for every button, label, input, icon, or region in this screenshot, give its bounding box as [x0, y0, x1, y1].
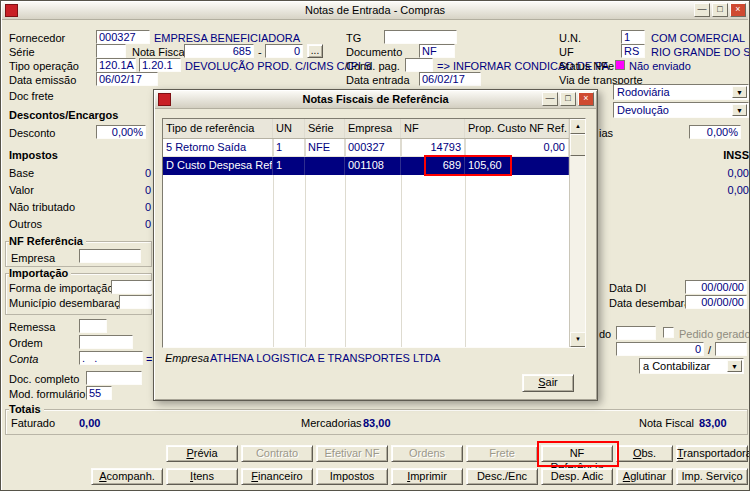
chevron-down-icon[interactable]: ▼ — [732, 104, 747, 116]
contrato-button[interactable]: Contrato — [241, 445, 313, 462]
tipo-operacao-code2-field[interactable]: 1.20.1 — [139, 58, 181, 72]
valor-value: 0 — [127, 184, 151, 196]
nota-fiscal-field[interactable]: 685 — [184, 44, 254, 58]
impostos-button[interactable]: Impostos — [316, 468, 388, 485]
data-emissao-label: Data emissão — [9, 74, 76, 86]
column-header-nf[interactable]: NF — [401, 119, 465, 138]
fornecedor-name-text: EMPRESA BENEFICIADORA — [154, 32, 300, 44]
un-code-field[interactable]: 1 — [621, 30, 645, 44]
dialog-close-button[interactable]: × — [578, 92, 594, 106]
grid-row[interactable]: 5 Retorno Saída 1 NFE 000327 14793 0,00 — [163, 139, 585, 157]
data-di-field[interactable]: 00/00/00 — [685, 280, 747, 294]
desconto-label: Desconto — [9, 127, 55, 139]
data-desembaraco-field[interactable]: 00/00/00 — [685, 295, 747, 309]
sair-button[interactable]: Sair — [522, 374, 574, 392]
remessa-field[interactable] — [79, 319, 107, 333]
transportadora-button[interactable]: Transportadora — [676, 445, 748, 462]
pedido-gerado-checkbox[interactable] — [663, 327, 674, 338]
scroll-up-button[interactable]: ▲ — [570, 119, 586, 134]
documento-field[interactable]: NF — [419, 44, 455, 58]
frete-button[interactable]: Frete — [466, 445, 538, 462]
mercadorias-value: 83,00 — [363, 417, 391, 429]
via-transporte-combo[interactable]: Rodoviária ▼ — [613, 84, 749, 100]
dialog-title: Notas Fiscais de Referência — [155, 93, 596, 105]
main-titlebar: Notas de Entrada - Compras — □ × — [2, 2, 748, 20]
close-button[interactable]: × — [730, 3, 746, 17]
nota-fiscal-sub-field[interactable]: 0 — [265, 44, 303, 58]
cell-serie — [305, 157, 345, 175]
column-header-serie[interactable]: Série — [305, 119, 345, 138]
dialog-empresa-label: Empresa — [165, 352, 209, 364]
aglutinar-button[interactable]: Aglutinar — [616, 468, 673, 485]
chevron-down-icon[interactable]: ▼ — [727, 360, 742, 372]
acessorias-field[interactable]: 0,00% — [689, 125, 741, 139]
forma-importacao-field[interactable] — [111, 280, 152, 294]
mod-formulario-field[interactable]: 55 — [86, 386, 112, 400]
imp-servico-button[interactable]: Imp. Serviço — [676, 468, 748, 485]
via-transporte-value: Rodoviária — [617, 86, 670, 98]
obs-button[interactable]: Obs. — [616, 445, 673, 462]
nf-ref-empresa-field[interactable] — [79, 249, 141, 263]
fornecedor-label: Fornecedor — [9, 32, 65, 44]
pedido-field[interactable] — [616, 326, 656, 340]
dialog-minimize-button[interactable]: — — [542, 92, 558, 106]
column-header-un[interactable]: UN — [273, 119, 305, 138]
remessa-label: Remessa — [9, 321, 55, 333]
uf-label: UF — [559, 46, 574, 58]
dialog-empresa-value: ATHENA LOGISTICA E TRANSPORTES LTDA — [210, 352, 440, 364]
ordem-field[interactable] — [79, 335, 133, 349]
cell-un: 1 — [273, 139, 305, 157]
maximize-button[interactable]: □ — [712, 3, 728, 17]
nf-referencia-grid: Tipo de referência UN Série Empresa NF P… — [162, 118, 586, 348]
doc-completo-field[interactable] — [86, 371, 142, 385]
base-label: Base — [9, 167, 34, 179]
outros-label: Outros — [9, 218, 42, 230]
desconto-field[interactable]: 0,00% — [96, 125, 146, 139]
scroll-down-icon: ▼ — [575, 336, 581, 342]
totais-section-label: Totais — [9, 403, 44, 415]
column-header-tipo[interactable]: Tipo de referência — [163, 119, 273, 138]
previa-button[interactable]: Prévia — [166, 445, 238, 462]
scrollbar-thumb[interactable] — [570, 134, 586, 156]
data-emissao-field[interactable]: 06/02/17 — [96, 72, 158, 86]
serie-field[interactable] — [96, 44, 126, 58]
minimize-icon: — — [546, 93, 555, 103]
itens-button[interactable]: Itens — [166, 468, 238, 485]
chevron-down-icon[interactable]: ▼ — [732, 86, 747, 98]
financeiro-button[interactable]: Financeiro — [241, 468, 313, 485]
pedido-gerado-label: Pedido gerado — [679, 328, 750, 340]
desc-enc-button[interactable]: Desc./Enc — [466, 468, 538, 485]
cond-pag-label: Cond. pag. — [346, 60, 400, 72]
nf-ref-empresa-label: Empresa — [11, 252, 55, 264]
pedido-num-field[interactable]: 0 — [616, 342, 704, 356]
tipo-operacao-code1-field[interactable]: 120.1A — [96, 58, 136, 72]
tipo-nota-value: Devolução — [617, 104, 669, 116]
pedido-seq-field[interactable] — [715, 342, 747, 356]
efetivar-nf-button[interactable]: Efetivar NF — [316, 445, 388, 462]
uf-code-field[interactable]: RS — [621, 44, 645, 58]
acompanh-button[interactable]: Acompanh. — [91, 468, 163, 485]
column-header-prop[interactable]: Prop. Custo NF Ref. — [465, 119, 569, 138]
dialog-maximize-button[interactable]: □ — [560, 92, 576, 106]
nota-fiscal-dash: - — [258, 46, 262, 58]
desp-adic-button[interactable]: Desp. Adic — [541, 468, 613, 485]
conta-field[interactable]: . . — [79, 351, 143, 365]
scroll-down-button[interactable]: ▼ — [570, 332, 586, 347]
tipo-operacao-desc-text: DEVOLUÇÃO PROD. C/ICMS C/IPI S — [185, 60, 371, 72]
tg-label: TG — [346, 32, 361, 44]
fornecedor-code-field[interactable]: 000327 — [96, 30, 150, 44]
imprimir-button[interactable]: Imprimir — [391, 468, 463, 485]
nao-tributado-label: Não tributado — [9, 201, 75, 213]
grid-scrollbar[interactable]: ▲ ▼ — [569, 119, 585, 347]
minimize-button[interactable]: — — [694, 3, 710, 17]
browse-button[interactable]: ... — [307, 44, 323, 58]
data-entrada-field[interactable]: 06/02/17 — [419, 72, 481, 86]
municipio-field[interactable] — [119, 295, 152, 309]
ordens-button[interactable]: Ordens — [391, 445, 463, 462]
cond-pag-field[interactable] — [405, 58, 433, 72]
tipo-nota-combo[interactable]: Devolução ▼ — [613, 102, 749, 118]
tg-field[interactable] — [384, 30, 457, 44]
column-header-empresa[interactable]: Empresa — [345, 119, 401, 138]
grid-row-selected[interactable]: D Custo Despesa Ref 1 001108 689 105,60 — [163, 157, 585, 175]
contabilizar-combo[interactable]: a Contabilizar ▼ — [639, 358, 744, 374]
